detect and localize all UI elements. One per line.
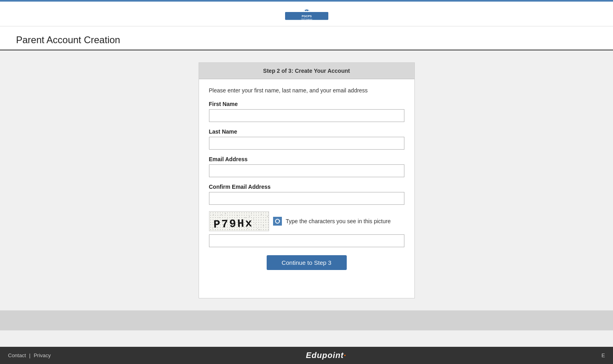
captcha-input[interactable] xyxy=(209,234,404,247)
captcha-svg: P79Hx xyxy=(209,212,269,231)
svg-point-13 xyxy=(217,227,218,228)
svg-point-16 xyxy=(235,225,235,226)
svg-point-14 xyxy=(223,224,224,225)
confirm-email-label: Confirm Email Address xyxy=(209,184,404,190)
header: PGCPS OLR Instance xyxy=(0,2,613,26)
svg-point-10 xyxy=(249,216,250,217)
background-wrapper: Step 2 of 3: Create Your Account Please … xyxy=(0,50,613,330)
page-title-section: Parent Account Creation xyxy=(0,26,613,50)
edupoint-text: Edupoint xyxy=(306,351,344,360)
main-content: Step 2 of 3: Create Your Account Please … xyxy=(0,50,613,310)
svg-point-5 xyxy=(219,217,220,218)
footer-separator: | xyxy=(29,352,30,358)
last-name-label: Last Name xyxy=(209,128,404,135)
continue-button[interactable]: Continue to Step 3 xyxy=(267,255,347,270)
form-body: Please enter your first name, last name,… xyxy=(199,79,414,286)
svg-point-28 xyxy=(221,214,221,215)
svg-point-18 xyxy=(247,228,248,229)
svg-point-25 xyxy=(251,213,252,214)
email-input[interactable] xyxy=(209,164,404,177)
last-name-input[interactable] xyxy=(209,137,404,150)
captcha-instruction: Type the characters you see in this pict… xyxy=(286,218,391,224)
svg-point-24 xyxy=(239,227,239,228)
svg-point-12 xyxy=(261,214,261,215)
email-label: Email Address xyxy=(209,156,404,162)
svg-point-32 xyxy=(267,216,267,217)
contact-link[interactable]: Contact xyxy=(8,352,26,358)
svg-point-8 xyxy=(237,215,237,216)
svg-point-31 xyxy=(257,228,258,229)
footer-left: Contact | Privacy xyxy=(8,352,51,358)
captcha-row: P79Hx Type the characters xyxy=(209,211,404,231)
svg-point-26 xyxy=(263,225,264,226)
svg-point-27 xyxy=(212,228,213,229)
svg-point-21 xyxy=(265,220,266,221)
pgcps-logo: PGCPS OLR Instance xyxy=(283,5,331,23)
form-container: Step 2 of 3: Create Your Account Please … xyxy=(199,62,415,298)
first-name-input[interactable] xyxy=(209,109,404,122)
footer-right-text: E xyxy=(601,352,605,358)
edupoint-brand: Edupoint· xyxy=(306,351,346,360)
svg-point-29 xyxy=(233,222,234,223)
logo-container: PGCPS OLR Instance xyxy=(283,5,331,23)
captcha-section: P79Hx Type the characters xyxy=(209,211,404,247)
page-title: Parent Account Creation xyxy=(16,34,597,46)
confirm-email-group: Confirm Email Address xyxy=(209,184,404,205)
confirm-email-input[interactable] xyxy=(209,192,404,205)
svg-text:P79Hx: P79Hx xyxy=(213,217,253,231)
footer-center: Edupoint· xyxy=(306,351,346,360)
svg-text:OLR Instance: OLR Instance xyxy=(301,18,312,20)
svg-point-7 xyxy=(231,219,232,220)
captcha-image: P79Hx xyxy=(209,211,269,231)
svg-point-19 xyxy=(253,218,254,219)
svg-point-20 xyxy=(259,229,259,230)
svg-point-30 xyxy=(245,217,246,218)
svg-point-11 xyxy=(255,223,256,224)
svg-point-23 xyxy=(227,218,228,219)
footer-right: E xyxy=(601,352,605,358)
svg-point-4 xyxy=(213,214,213,215)
privacy-link[interactable]: Privacy xyxy=(34,352,51,358)
svg-point-22 xyxy=(215,222,216,224)
svg-point-17 xyxy=(241,221,242,222)
captcha-refresh-button[interactable] xyxy=(273,217,282,226)
svg-point-15 xyxy=(229,229,230,230)
email-group: Email Address xyxy=(209,156,404,177)
step-header-text: Step 2 of 3: Create Your Account xyxy=(263,68,350,74)
first-name-group: First Name xyxy=(209,101,404,122)
last-name-group: Last Name xyxy=(209,128,404,150)
svg-point-9 xyxy=(243,226,244,227)
refresh-icon xyxy=(275,218,280,224)
form-description: Please enter your first name, last name,… xyxy=(209,87,404,94)
first-name-label: First Name xyxy=(209,101,404,107)
footer: Contact | Privacy Edupoint· E xyxy=(0,347,613,364)
edupoint-dot: · xyxy=(344,351,347,360)
step-header: Step 2 of 3: Create Your Account xyxy=(199,63,414,79)
svg-text:PGCPS: PGCPS xyxy=(301,14,312,18)
svg-point-6 xyxy=(225,213,226,214)
svg-rect-3 xyxy=(209,212,269,231)
